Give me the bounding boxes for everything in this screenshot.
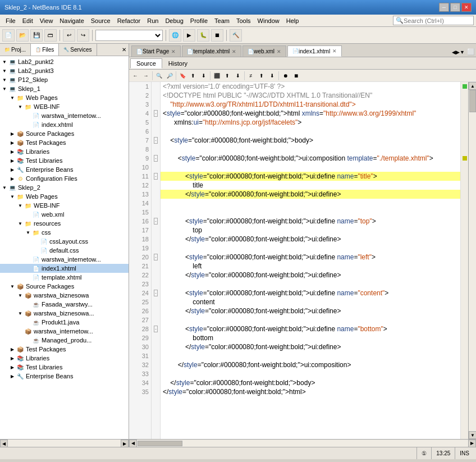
ed-back-btn[interactable]: ← (130, 71, 140, 81)
tree-toggle-28[interactable]: ▼ (17, 311, 24, 316)
tree-node-6[interactable]: 📄 warstwa_internetow... (0, 111, 129, 120)
code-line-27[interactable] (161, 315, 460, 324)
scroll-up-button[interactable]: ▲ (469, 82, 476, 90)
editor-tab-3[interactable]: 📄 index1.xhtml✕ (287, 45, 342, 57)
scroll-thumb[interactable] (469, 90, 476, 112)
tree-node-10[interactable]: ▶ 📚 Libraries (0, 147, 129, 156)
tree-node-0[interactable]: ▼ 💻 Lab2_punkt2 (0, 57, 129, 66)
maximize-editor-button[interactable]: ⬜ (467, 48, 475, 56)
tree-toggle-19[interactable]: ▼ (25, 230, 31, 235)
code-line-19[interactable] (161, 244, 460, 253)
tab-scroll-right[interactable]: ▶ (456, 49, 460, 55)
tab-close-1[interactable]: ✕ (232, 49, 236, 54)
tree-node-7[interactable]: 📄 index.xhtml (0, 120, 129, 129)
code-line-24[interactable]: <style="color:#000080;font-weight:bold;"… (161, 289, 460, 298)
tree-toggle-14[interactable]: ▼ (1, 185, 8, 190)
tab-close-2[interactable]: ✕ (277, 49, 281, 54)
code-line-20[interactable]: <style="color:#000080;font-weight:bold;"… (161, 253, 460, 262)
code-line-1[interactable]: <?xml version='1.0' encoding='UTF-8' ?> (161, 82, 460, 91)
tree-node-28[interactable]: ▼ 📦 warstwa_biznesowa... (0, 309, 129, 318)
tab-files[interactable]: 📋 Files (31, 44, 59, 56)
minimize-button[interactable]: ─ (439, 3, 449, 12)
editor-tab-0[interactable]: 📄 Start Page✕ (131, 45, 181, 57)
tree-node-20[interactable]: 📄 cssLayout.css (0, 237, 129, 246)
code-line-6[interactable] (161, 127, 460, 136)
left-scrollbar-h[interactable]: ◀ ▶ (0, 439, 129, 447)
left-scroll-left[interactable]: ◀ (0, 440, 8, 447)
code-line-8[interactable] (161, 145, 460, 154)
debug-button[interactable]: 🐛 (197, 29, 209, 42)
horizontal-scrollbar[interactable]: ◀ ▶ (129, 439, 476, 447)
menu-item-view[interactable]: View (36, 16, 57, 25)
tree-node-12[interactable]: ▶ 🔧 Enterprise Beans (0, 165, 129, 174)
code-line-35[interactable]: </style="color:#000080;font-weight:bold;… (161, 387, 460, 396)
ed-next-bookmark[interactable]: ⬇ (199, 71, 209, 81)
code-line-7[interactable]: <style="color:#000080;font-weight:bold;"… (161, 136, 460, 145)
tree-toggle-25[interactable]: ▼ (9, 284, 16, 289)
ed-stop-macro[interactable]: ⏹ (291, 71, 301, 81)
code-line-32[interactable]: </style="color:#000080;font-weight:bold;… (161, 360, 460, 369)
tree-node-23[interactable]: 📄 index1.xhtml (0, 264, 129, 273)
tab-history[interactable]: History (162, 58, 194, 68)
tree-node-19[interactable]: ▼ 📁 css (0, 228, 129, 237)
tab-close-3[interactable]: ✕ (332, 48, 337, 54)
tree-toggle-26[interactable]: ▼ (17, 293, 24, 298)
tree-node-31[interactable]: ☕ Managed_produ... (0, 336, 129, 345)
code-line-4[interactable]: <style="color:#000080;font-weight:bold;"… (161, 109, 460, 118)
tab-menu[interactable]: ▼ (460, 49, 465, 55)
left-scroll-track[interactable] (8, 440, 121, 447)
stop-button[interactable]: ⏹ (211, 29, 223, 42)
tree-toggle-0[interactable]: ▼ (1, 60, 8, 65)
fold-marker-20[interactable]: - (152, 253, 160, 262)
tree-toggle-16[interactable]: ▼ (17, 203, 24, 208)
fold-marker-4[interactable]: - (152, 109, 160, 118)
code-line-13[interactable]: </style="color:#000080;font-weight:bold;… (161, 190, 460, 199)
code-line-31[interactable] (161, 351, 460, 360)
project-combo[interactable] (95, 30, 163, 41)
tree-node-21[interactable]: 📄 default.css (0, 246, 129, 255)
menu-item-run[interactable]: Run (144, 16, 162, 25)
ed-toggle-breakpoint[interactable]: ⬛ (212, 71, 222, 81)
tree-node-16[interactable]: ▼ 📁 WEB-INF (0, 201, 129, 210)
tree-node-17[interactable]: 📄 web.xml (0, 210, 129, 219)
tree-node-5[interactable]: ▼ 📁 WEB-INF (0, 102, 129, 111)
ed-next-breakpoint[interactable]: ⬇ (233, 71, 243, 81)
tree-node-22[interactable]: 📄 warstwa_internetow... (0, 255, 129, 264)
tab-close-0[interactable]: ✕ (171, 49, 176, 54)
fold-marker-28[interactable]: - (152, 324, 160, 333)
ed-forward-btn[interactable]: → (141, 71, 151, 81)
menu-item-profile[interactable]: Profile (187, 16, 211, 25)
tree-node-24[interactable]: 📄 template.xhtml (0, 273, 129, 282)
tree-toggle-35[interactable]: ▶ (9, 374, 16, 379)
code-line-11[interactable]: <style="color:#000080;font-weight:bold;"… (161, 172, 460, 181)
tree-node-18[interactable]: ▼ 📁 resources (0, 219, 129, 228)
ed-diff-btn[interactable]: ≠ (246, 71, 256, 81)
tree-toggle-2[interactable]: ▼ (1, 77, 8, 83)
open-button[interactable]: 📂 (16, 29, 29, 42)
tree-node-32[interactable]: ▶ 📦 Test Packages (0, 345, 129, 354)
code-line-33[interactable] (161, 369, 460, 378)
tree-node-3[interactable]: ▼ 💻 Sklep_1 (0, 84, 129, 93)
tree-node-2[interactable]: ▼ 💻 P12_Sklep (0, 75, 129, 84)
ed-toggle-bookmark[interactable]: 🔖 (177, 71, 187, 81)
tree-toggle-5[interactable]: ▼ (17, 104, 24, 109)
undo-button[interactable]: ↩ (63, 29, 75, 42)
fold-marker-11[interactable]: - (152, 172, 160, 181)
code-line-16[interactable]: <style="color:#000080;font-weight:bold;"… (161, 217, 460, 226)
editor-tab-2[interactable]: 📄 web.xml✕ (242, 45, 286, 57)
tree-node-35[interactable]: ▶ 🔧 Enterprise Beans (0, 372, 129, 381)
fold-marker-16[interactable]: - (152, 217, 160, 226)
tree-toggle-10[interactable]: ▶ (9, 149, 16, 154)
save-all-button[interactable]: 🗃 (44, 29, 57, 42)
code-line-23[interactable] (161, 280, 460, 289)
tab-source[interactable]: Source (130, 58, 162, 68)
restore-button[interactable]: □ (450, 3, 460, 12)
close-button[interactable]: ✕ (461, 3, 472, 12)
tree-toggle-12[interactable]: ▶ (9, 167, 16, 172)
tree-node-33[interactable]: ▶ 📚 Libraries (0, 354, 129, 363)
ed-next-diff[interactable]: ⬇ (267, 71, 277, 81)
ed-prev-bookmark[interactable]: ⬆ (188, 71, 198, 81)
editor-tab-1[interactable]: 📄 template.xhtml✕ (182, 45, 241, 57)
tree-node-14[interactable]: ▼ 💻 Sklep_2 (0, 183, 129, 192)
fold-marker-9[interactable]: - (152, 154, 160, 163)
